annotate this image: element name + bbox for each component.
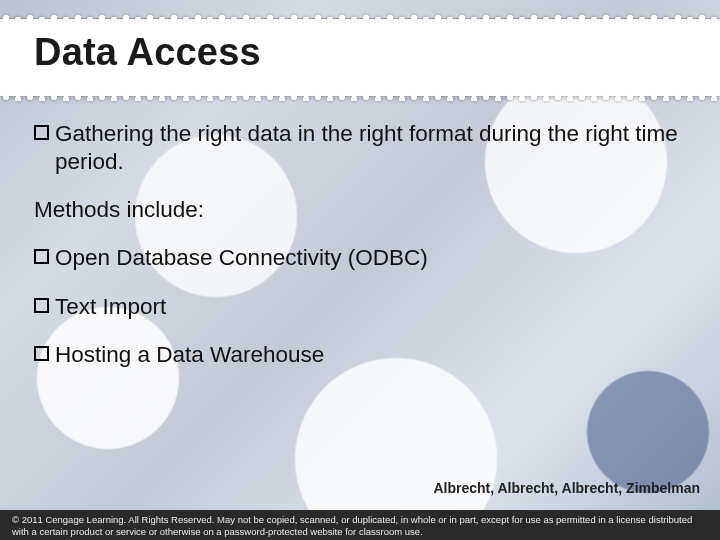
- square-bullet-icon: [34, 298, 49, 313]
- slide-title: Data Access: [34, 31, 261, 74]
- bullet-text: Open Database Connectivity (ODBC): [55, 244, 686, 272]
- copyright-text: © 2011 Cengage Learning. All Rights Rese…: [12, 514, 692, 537]
- copyright-bar: © 2011 Cengage Learning. All Rights Rese…: [0, 510, 720, 540]
- square-bullet-icon: [34, 346, 49, 361]
- subheading: Methods include:: [34, 196, 686, 224]
- slide-body: Gathering the right data in the right fo…: [34, 120, 686, 389]
- title-strip: Data Access: [0, 18, 720, 96]
- bullet-text: Text Import: [55, 293, 686, 321]
- bullet-text: Gathering the right data in the right fo…: [55, 120, 686, 176]
- bullet-item: Text Import: [34, 293, 686, 321]
- square-bullet-icon: [34, 125, 49, 140]
- square-bullet-icon: [34, 249, 49, 264]
- bullet-item: Hosting a Data Warehouse: [34, 341, 686, 369]
- bullet-item: Gathering the right data in the right fo…: [34, 120, 686, 176]
- bullet-item: Open Database Connectivity (ODBC): [34, 244, 686, 272]
- attribution: Albrecht, Albrecht, Albrecht, Zimbelman: [433, 480, 700, 496]
- bullet-text: Hosting a Data Warehouse: [55, 341, 686, 369]
